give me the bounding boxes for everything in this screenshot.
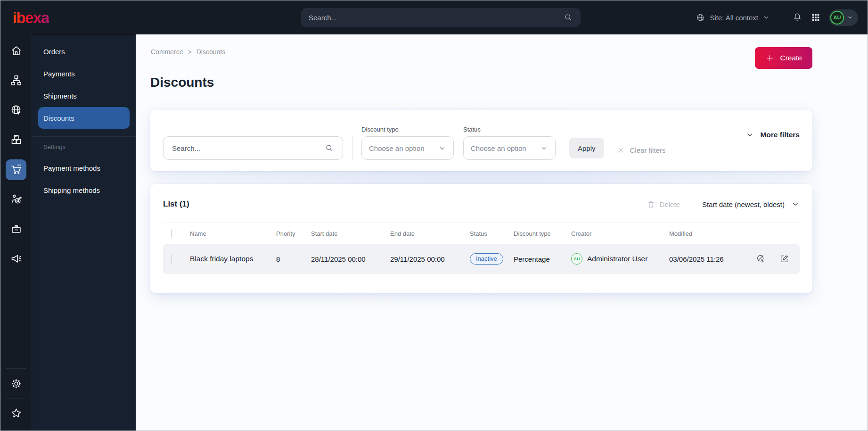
personalization-target-icon bbox=[6, 189, 26, 210]
rail-item-workspace[interactable] bbox=[1, 214, 31, 244]
chevron-down-icon bbox=[438, 144, 446, 152]
table-header-row: Name Priority Start date End date Status… bbox=[163, 223, 800, 244]
list-header-divider bbox=[691, 194, 691, 214]
products-boxes-icon bbox=[6, 130, 26, 150]
filter-divider bbox=[352, 136, 352, 160]
rail-item-products[interactable] bbox=[1, 125, 31, 155]
create-button-label: Create bbox=[780, 54, 802, 62]
status-badge: Inactive bbox=[470, 253, 503, 265]
chevron-down-icon bbox=[540, 144, 548, 152]
rail-item-bookmarks[interactable] bbox=[1, 398, 31, 428]
create-button[interactable]: Create bbox=[755, 47, 812, 69]
list-title: List (1) bbox=[163, 199, 189, 209]
col-discount-type: Discount type bbox=[514, 230, 571, 237]
row-start-date: 28/11/2025 00:00 bbox=[311, 255, 390, 263]
notifications-bell-icon[interactable] bbox=[792, 12, 802, 23]
jobs-bag-icon bbox=[6, 219, 26, 240]
apply-button[interactable]: Apply bbox=[569, 138, 604, 158]
menu-section-settings: Settings bbox=[32, 143, 136, 150]
content-tree-icon bbox=[6, 70, 26, 91]
discount-type-select[interactable]: Choose an option bbox=[361, 136, 454, 160]
edit-icon[interactable] bbox=[779, 254, 789, 264]
rail-item-admin[interactable] bbox=[1, 369, 31, 398]
more-filters-button[interactable]: More filters bbox=[745, 131, 800, 139]
more-filters-divider bbox=[732, 113, 732, 157]
topbar-right: Site: All context bbox=[696, 9, 868, 26]
col-priority: Priority bbox=[276, 230, 311, 237]
search-icon[interactable] bbox=[564, 13, 573, 22]
chevron-down-icon bbox=[847, 14, 853, 21]
breadcrumb-current: Discounts bbox=[197, 48, 225, 56]
global-search-input[interactable] bbox=[309, 14, 564, 22]
creator-avatar: AU bbox=[571, 253, 582, 265]
filters-card: Discount type Choose an option Status Ch… bbox=[150, 110, 812, 171]
col-modified: Modified bbox=[669, 230, 756, 237]
select-all-checkbox[interactable] bbox=[171, 230, 172, 238]
menu-item-discounts[interactable]: Discounts bbox=[38, 107, 130, 129]
page-title: Discounts bbox=[150, 75, 214, 90]
status-filter: Status Choose an option bbox=[463, 126, 556, 160]
deactivate-discount-icon[interactable] bbox=[756, 254, 766, 264]
search-icon[interactable] bbox=[325, 143, 334, 153]
menu-item-shipping-methods[interactable]: Shipping methods bbox=[32, 179, 136, 201]
user-menu[interactable]: AU bbox=[829, 9, 858, 26]
chevron-down-icon bbox=[791, 200, 800, 208]
menu-item-payments[interactable]: Payments bbox=[32, 63, 136, 85]
topbar: ibexa Site: All context bbox=[0, 0, 868, 34]
menu-item-orders[interactable]: Orders bbox=[32, 41, 136, 63]
status-select[interactable]: Choose an option bbox=[463, 136, 556, 160]
row-modified: 03/06/2025 11:26 bbox=[669, 255, 756, 263]
close-icon bbox=[617, 146, 625, 154]
topbar-divider bbox=[781, 10, 781, 25]
rail-item-commerce[interactable] bbox=[1, 155, 31, 184]
chevron-down-icon bbox=[745, 131, 754, 139]
home-icon bbox=[6, 41, 26, 61]
filter-search bbox=[163, 136, 343, 160]
app-grid-icon[interactable] bbox=[811, 12, 821, 23]
site-globe-icon bbox=[6, 100, 26, 121]
rail-item-site[interactable] bbox=[1, 95, 31, 125]
clear-filters-label: Clear filters bbox=[630, 146, 666, 154]
rail-item-personalization[interactable] bbox=[1, 184, 31, 214]
discount-type-label: Discount type bbox=[361, 126, 454, 133]
discounts-list-card: List (1) Delete Start date (newest, olde… bbox=[150, 184, 812, 293]
sort-dropdown[interactable]: Start date (newest, oldest) bbox=[702, 200, 800, 208]
ibexa-logo[interactable]: ibexa bbox=[13, 10, 49, 25]
col-creator: Creator bbox=[571, 230, 669, 237]
bookmarks-star-icon bbox=[6, 403, 26, 423]
row-discount-type: Percentage bbox=[514, 255, 571, 263]
col-status: Status bbox=[470, 230, 514, 237]
row-priority: 8 bbox=[276, 255, 311, 263]
breadcrumb-separator: > bbox=[188, 48, 191, 56]
avatar: AU bbox=[830, 11, 844, 25]
discount-type-filter: Discount type Choose an option bbox=[361, 126, 454, 160]
menu-item-payment-methods[interactable]: Payment methods bbox=[32, 157, 136, 179]
status-label: Status bbox=[463, 126, 556, 133]
col-end-date: End date bbox=[390, 230, 470, 237]
commerce-menu: Orders Payments Shipments Discounts Sett… bbox=[32, 34, 136, 431]
campaign-megaphone-icon bbox=[6, 249, 26, 269]
status-value: Choose an option bbox=[471, 144, 540, 152]
globe-icon bbox=[696, 13, 705, 23]
settings-gear-icon bbox=[6, 373, 26, 394]
site-context-switcher[interactable]: Site: All context bbox=[696, 13, 770, 23]
rail-item-dashboard[interactable] bbox=[1, 36, 31, 66]
trash-icon bbox=[647, 200, 655, 209]
commerce-cart-icon bbox=[6, 159, 26, 180]
delete-button[interactable]: Delete bbox=[647, 200, 680, 209]
breadcrumb: Commerce > Discounts bbox=[151, 48, 225, 56]
main-content: Commerce > Discounts Create Discounts Di… bbox=[136, 34, 868, 431]
global-search bbox=[301, 8, 581, 27]
filter-search-input[interactable] bbox=[172, 144, 325, 152]
clear-filters-button[interactable]: Clear filters bbox=[617, 146, 666, 154]
delete-button-label: Delete bbox=[660, 200, 680, 208]
plus-icon bbox=[765, 54, 774, 63]
rail-item-content[interactable] bbox=[1, 66, 31, 95]
row-checkbox[interactable] bbox=[171, 255, 172, 264]
rail-item-campaign[interactable] bbox=[1, 244, 31, 274]
discount-type-value: Choose an option bbox=[369, 144, 438, 152]
discount-name-link[interactable]: Black friday laptops bbox=[190, 255, 253, 263]
breadcrumb-commerce[interactable]: Commerce bbox=[151, 48, 183, 56]
menu-item-shipments[interactable]: Shipments bbox=[32, 85, 136, 107]
sort-label: Start date (newest, oldest) bbox=[702, 200, 785, 208]
